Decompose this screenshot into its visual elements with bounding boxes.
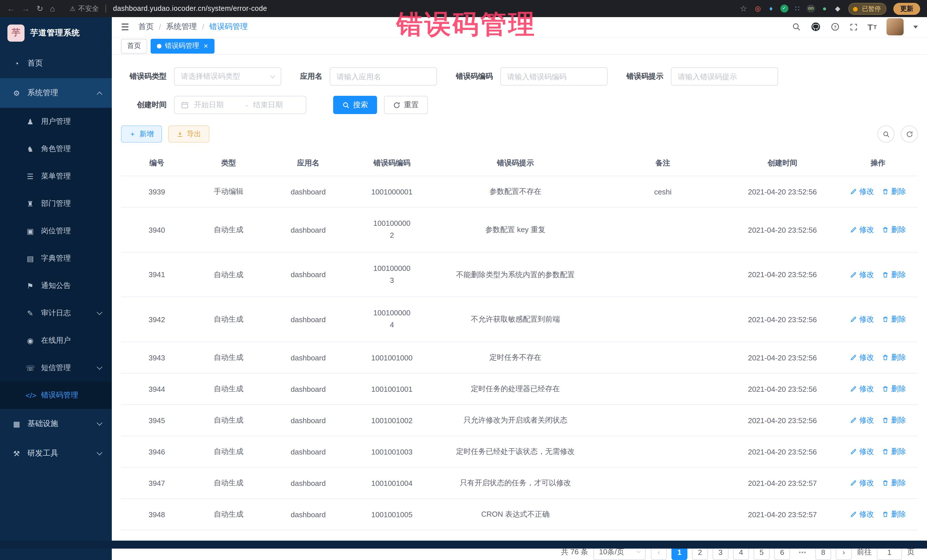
edit-link[interactable]: 修改 — [850, 478, 874, 488]
filter-row-1: 错误码类型 请选择错误码类型 应用名 错误码编码 — [121, 67, 918, 85]
error-type-select[interactable]: 请选择错误码类型 — [174, 67, 281, 85]
sidebar-item-system[interactable]: ⚙系统管理 — [0, 78, 112, 108]
close-icon[interactable]: × — [204, 42, 208, 50]
sidebar-item-infrastructure[interactable]: ▦基础设施 — [0, 409, 112, 439]
sidebar-item-menus[interactable]: ☰菜单管理 — [0, 162, 112, 190]
cell-id: 3945 — [121, 405, 193, 436]
date-range-picker[interactable]: 开始日期 - 结束日期 — [174, 96, 306, 114]
breadcrumb-item[interactable]: 首页 — [138, 22, 154, 32]
delete-link[interactable]: 删除 — [882, 446, 906, 457]
delete-link[interactable]: 删除 — [882, 478, 906, 488]
record-extension-icon[interactable]: ◎ — [754, 5, 762, 12]
edit-link[interactable]: 修改 — [850, 187, 874, 197]
breadcrumb-item[interactable]: 错误码管理 — [209, 22, 248, 32]
sidebar-item-users[interactable]: ♟用户管理 — [0, 108, 112, 135]
delete-link[interactable]: 删除 — [882, 384, 906, 394]
chevron-down-icon[interactable] — [913, 26, 918, 29]
url-text[interactable]: dashboard.yudao.iocoder.cn/system/error-… — [113, 5, 267, 12]
sidebar-item-online-users[interactable]: ◉在线用户 — [0, 327, 112, 354]
edit-link[interactable]: 修改 — [850, 384, 874, 394]
delete-link[interactable]: 删除 — [882, 187, 906, 197]
edit-link[interactable]: 修改 — [850, 269, 874, 280]
logo[interactable]: 芋 芋道管理系统 — [0, 17, 112, 49]
sidebar-item-home[interactable]: ◔首页 — [0, 49, 112, 78]
sidebar-item-label: 在线用户 — [41, 335, 102, 346]
show-search-icon[interactable] — [877, 126, 895, 143]
tab-首页[interactable]: 首页 — [121, 38, 147, 53]
delete-link[interactable]: 删除 — [882, 415, 906, 425]
help-icon[interactable]: ? — [830, 23, 839, 32]
security-warning[interactable]: ⚠ 不安全 — [70, 4, 99, 14]
font-size-icon[interactable]: TT — [868, 22, 877, 32]
error-type-label: 错误码类型 — [121, 71, 167, 82]
edit-link[interactable]: 修改 — [850, 415, 874, 425]
delete-link[interactable]: 删除 — [882, 352, 906, 363]
sidebar-item-dev-tools[interactable]: ⚒研发工具 — [0, 439, 112, 468]
delete-link-label: 删除 — [891, 352, 906, 363]
add-button[interactable]: ＋ 新增 — [121, 126, 162, 143]
column-header: 备注 — [599, 150, 726, 176]
error-code-value: 1001001003 — [371, 448, 413, 456]
search-icon[interactable] — [792, 23, 801, 32]
pin-extension-icon[interactable]: ◆ — [834, 5, 842, 12]
online-icon: ◉ — [26, 336, 35, 345]
leaf-extension-icon[interactable]: ● — [821, 5, 828, 12]
bookmark-star-icon[interactable]: ☆ — [740, 5, 747, 12]
sidebar-item-roles[interactable]: ♞角色管理 — [0, 135, 112, 162]
sidebar-item-positions[interactable]: ▣岗位管理 — [0, 217, 112, 244]
cell-type: 自动生成 — [193, 499, 264, 530]
sidebar-item-label: 菜单管理 — [41, 171, 102, 181]
grid-extension-icon[interactable]: ∷ — [793, 5, 801, 12]
forward-icon[interactable]: → — [22, 5, 30, 12]
error-code-value: 1001000004 — [373, 308, 410, 331]
edit-link[interactable]: 修改 — [850, 446, 874, 457]
refresh-icon[interactable] — [901, 126, 918, 143]
delete-link[interactable]: 删除 — [882, 269, 906, 280]
sidebar-item-audit-logs[interactable]: ✎审计日志 — [0, 299, 112, 327]
reload-icon[interactable]: ↻ — [36, 5, 43, 12]
cell-ops: 修改删除 — [838, 342, 918, 373]
delete-link[interactable]: 删除 — [882, 509, 906, 519]
column-header: 编号 — [121, 150, 193, 176]
error-code-input[interactable] — [500, 67, 608, 85]
app-name-input[interactable] — [330, 67, 437, 85]
back-icon[interactable]: ← — [7, 5, 15, 12]
avatar[interactable] — [886, 18, 904, 36]
edit-link[interactable]: 修改 — [850, 509, 874, 519]
badge-icon: ▣ — [26, 227, 35, 235]
breadcrumb-item[interactable]: 系统管理 — [166, 22, 197, 32]
cell-ops: 修改删除 — [838, 499, 918, 530]
cell-remark — [599, 405, 726, 436]
cell-type: 自动生成 — [193, 436, 264, 467]
sidebar-item-dictionary[interactable]: ▤字典管理 — [0, 244, 112, 272]
edit-link[interactable]: 修改 — [850, 225, 874, 235]
sidebar-item-sms[interactable]: ☏短信管理 — [0, 354, 112, 381]
table-row: 3939手动编辑dashboard1001000001参数配置不存在ceshi2… — [121, 176, 918, 207]
export-button[interactable]: 导出 — [168, 126, 209, 143]
cell-created: 2021-04-20 23:52:57 — [726, 499, 838, 530]
edit-link-label: 修改 — [859, 269, 874, 280]
sidebar-item-departments[interactable]: ♜部门管理 — [0, 190, 112, 217]
github-icon[interactable] — [810, 22, 821, 32]
cell-msg: 定时任务的处理器已经存在 — [432, 373, 599, 405]
fullscreen-icon[interactable] — [849, 23, 858, 31]
roles-icon: ♞ — [26, 144, 35, 153]
tab-错误码管理[interactable]: 错误码管理× — [150, 38, 214, 53]
home-icon[interactable]: ⌂ — [50, 5, 55, 12]
edit-link[interactable]: 修改 — [850, 352, 874, 363]
on-extension-icon[interactable]: on — [806, 5, 816, 12]
delete-link[interactable]: 删除 — [882, 314, 906, 325]
delete-link[interactable]: 删除 — [882, 225, 906, 235]
paused-badge[interactable]: ☻ 已暂停 — [849, 3, 886, 15]
edit-link[interactable]: 修改 — [850, 314, 874, 325]
error-hint-input[interactable] — [671, 67, 778, 85]
drop-extension-icon[interactable]: ♦ — [767, 5, 775, 12]
hamburger-icon[interactable]: ☰ — [121, 22, 129, 32]
check-extension-icon[interactable]: ✓ — [780, 5, 788, 12]
sidebar-item-notices[interactable]: ⚑通知公告 — [0, 272, 112, 299]
sidebar-item-error-codes[interactable]: </>错误码管理 — [0, 381, 112, 409]
search-button[interactable]: 搜索 — [333, 96, 377, 114]
reset-button[interactable]: 重置 — [384, 96, 428, 114]
gear-icon: ⚙ — [12, 89, 21, 97]
update-button[interactable]: 更新 — [894, 3, 920, 15]
